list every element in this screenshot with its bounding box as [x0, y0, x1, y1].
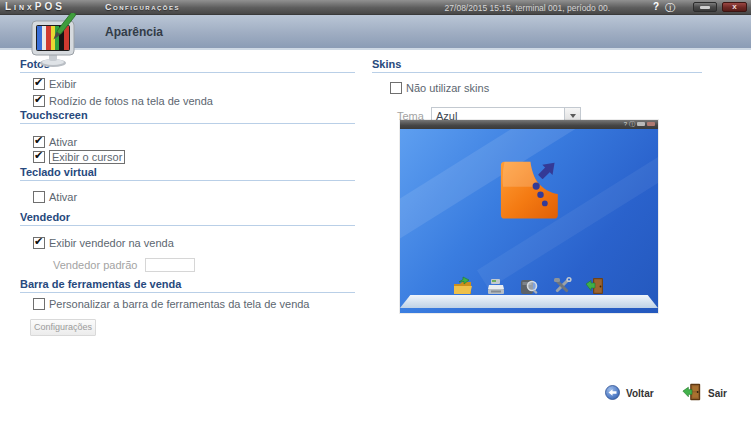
help-icon[interactable]: ?: [653, 1, 659, 12]
screen-title: Configurações: [105, 2, 180, 12]
exibir-cursor-label: Exibir o cursor: [49, 150, 125, 164]
preview-dock: [400, 275, 658, 297]
preview-minimize-icon: [637, 122, 645, 126]
divider: [20, 180, 355, 181]
touch-ativar-label: Ativar: [49, 136, 77, 148]
exibir-fotos-checkbox[interactable]: [33, 78, 45, 90]
section-teclado-virtual: Teclado virtual Ativar: [20, 166, 355, 203]
checkbox-row-personalizar[interactable]: Personalizar a barra de ferramentas da t…: [33, 298, 355, 310]
section-vendedor-title: Vendedor: [20, 211, 355, 223]
exit-door-icon: [584, 275, 606, 297]
exibir-vendedor-label: Exibir vendedor na venda: [49, 237, 174, 249]
personalizar-label: Personalizar a barra de ferramentas da t…: [49, 298, 310, 310]
preview-window-controls: ? ⓘ: [624, 121, 655, 127]
window-titlebar: LinxPOS Configurações 27/08/2015 15:15, …: [0, 0, 751, 15]
nao-utilizar-skins-label: Não utilizar skins: [406, 82, 489, 94]
section-skins: Skins Não utilizar skins Tema Azul: [372, 58, 702, 124]
checkbox-row-exibir-fotos[interactable]: Exibir: [33, 78, 355, 90]
vendedor-padrao-row: Vendedor padrão: [53, 258, 355, 272]
info-icon[interactable]: ⓘ: [665, 1, 675, 15]
close-button[interactable]: x: [722, 2, 747, 12]
vendedor-padrao-input[interactable]: [145, 258, 195, 272]
preview-dock-shelf: [400, 295, 658, 308]
section-barra-ferramentas: Barra de ferramentas de venda Personaliz…: [20, 278, 355, 336]
checkbox-row-rodizio[interactable]: Rodízio de fotos na tela de venda: [33, 95, 355, 107]
exibir-vendedor-checkbox[interactable]: [33, 237, 45, 249]
sair-button[interactable]: Sair: [682, 381, 727, 405]
preview-close-icon: [647, 122, 655, 126]
teclado-ativar-label: Ativar: [49, 191, 77, 203]
import-folder-icon: [452, 275, 474, 297]
preview-help-icon: ?: [624, 121, 627, 127]
section-barra-title: Barra de ferramentas de venda: [20, 278, 355, 290]
section-vendedor: Vendedor Exibir vendedor na venda Vended…: [20, 211, 355, 272]
rodizio-checkbox[interactable]: [33, 95, 45, 107]
linxpos-logo: LinxPOS: [5, 1, 65, 12]
theme-preview-image: ? ⓘ: [400, 120, 658, 313]
page-title: Aparência: [105, 25, 163, 39]
vendedor-padrao-label: Vendedor padrão: [53, 259, 137, 271]
preview-logo-icon: [491, 153, 567, 229]
exit-door-icon: [682, 381, 702, 405]
appearance-monitor-icon: [28, 13, 80, 73]
configuracoes-button[interactable]: Configurações: [30, 319, 96, 336]
section-teclado-title: Teclado virtual: [20, 166, 355, 178]
voltar-label: Voltar: [626, 388, 654, 399]
checkbox-row-touch-ativar[interactable]: Ativar: [33, 136, 355, 148]
tools-icon: [551, 275, 573, 297]
checkbox-row-exibir-cursor[interactable]: Exibir o cursor: [33, 151, 355, 163]
minimize-button[interactable]: [693, 2, 717, 12]
divider: [20, 292, 355, 293]
voltar-button[interactable]: Voltar: [605, 385, 654, 402]
search-box-icon: [518, 275, 540, 297]
preview-desktop: [400, 129, 658, 313]
minimize-icon: [700, 6, 710, 9]
cash-register-icon: [485, 275, 507, 297]
divider: [372, 72, 702, 73]
preview-info-icon: ⓘ: [629, 121, 635, 127]
preview-titlebar: ? ⓘ: [400, 120, 658, 129]
checkbox-row-teclado-ativar[interactable]: Ativar: [33, 191, 355, 203]
section-touchscreen: Touchscreen Ativar Exibir o cursor: [20, 109, 355, 163]
divider: [20, 225, 355, 226]
section-touchscreen-title: Touchscreen: [20, 109, 355, 121]
page-banner: Aparência: [0, 15, 751, 50]
back-arrow-icon: [605, 385, 620, 402]
teclado-ativar-checkbox[interactable]: [33, 191, 45, 203]
rodizio-label: Rodízio de fotos na tela de venda: [49, 95, 213, 107]
personalizar-checkbox[interactable]: [33, 298, 45, 310]
exibir-cursor-checkbox[interactable]: [33, 151, 45, 163]
touch-ativar-checkbox[interactable]: [33, 136, 45, 148]
divider: [20, 123, 355, 124]
nao-utilizar-skins-checkbox[interactable]: [390, 82, 402, 94]
sair-label: Sair: [708, 388, 727, 399]
exibir-fotos-label: Exibir: [49, 78, 77, 90]
checkbox-row-nao-utilizar-skins[interactable]: Não utilizar skins: [390, 82, 702, 94]
status-text: 27/08/2015 15:15, terminal 001, período …: [445, 3, 610, 13]
section-skins-title: Skins: [372, 58, 702, 70]
chevron-down-icon: [570, 114, 576, 118]
checkbox-row-exibir-vendedor[interactable]: Exibir vendedor na venda: [33, 237, 355, 249]
